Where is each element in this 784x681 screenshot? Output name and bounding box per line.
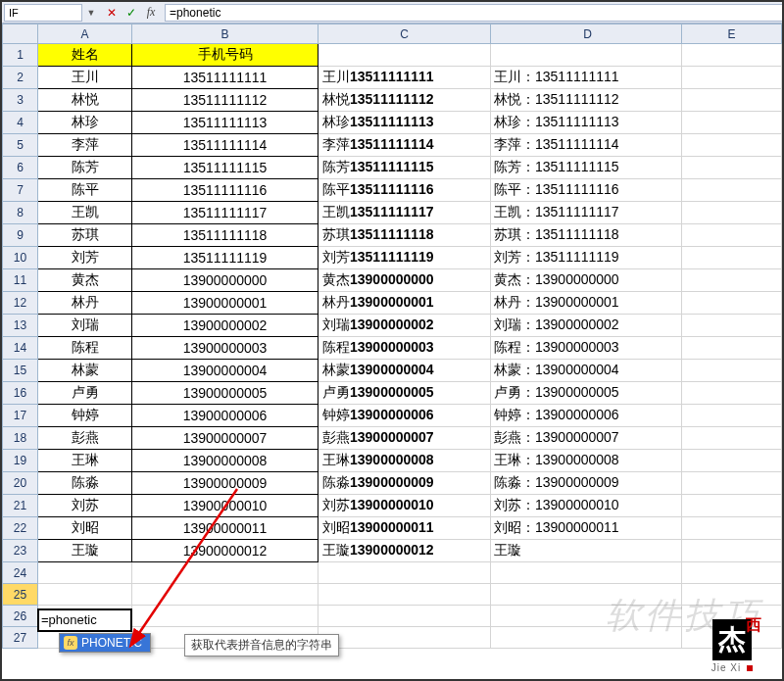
function-autocomplete[interactable]: fx PHONETIC: [59, 633, 151, 653]
cell[interactable]: [132, 562, 318, 584]
row-header[interactable]: 25: [3, 584, 38, 606]
row-header[interactable]: 21: [3, 495, 38, 517]
cell[interactable]: [682, 360, 782, 382]
row-header[interactable]: 18: [3, 427, 38, 450]
row-header[interactable]: 2: [3, 67, 38, 89]
cell[interactable]: [491, 584, 682, 606]
cell[interactable]: 林悦: [38, 89, 132, 112]
cell[interactable]: 黄杰13900000000: [318, 269, 491, 292]
row-header[interactable]: 22: [3, 517, 38, 540]
cell[interactable]: 13900000000: [132, 269, 318, 292]
name-box[interactable]: IF: [4, 4, 82, 22]
cell[interactable]: 刘苏: [38, 495, 132, 517]
cell[interactable]: [38, 606, 132, 627]
cell[interactable]: 陈芳: [38, 157, 132, 179]
cell[interactable]: 13511111116: [132, 179, 318, 202]
cell[interactable]: 陈芳：13511111115: [491, 157, 682, 179]
cell[interactable]: 13900000009: [132, 472, 318, 495]
row-header[interactable]: 15: [3, 360, 38, 382]
cell[interactable]: [491, 562, 682, 584]
cell[interactable]: [682, 202, 782, 224]
cell[interactable]: 刘昭: [38, 517, 132, 540]
cell[interactable]: 王璇: [491, 540, 682, 562]
row-header[interactable]: 6: [3, 157, 38, 179]
cell[interactable]: 林丹13900000001: [318, 292, 491, 315]
cell[interactable]: [682, 292, 782, 315]
row-header[interactable]: 23: [3, 540, 38, 562]
cell[interactable]: 陈平：13511111116: [491, 179, 682, 202]
cell[interactable]: 林悦13511111112: [318, 89, 491, 112]
cell[interactable]: 王凯: [38, 202, 132, 224]
cell[interactable]: [491, 44, 682, 67]
cell[interactable]: 王凯：13511111117: [491, 202, 682, 224]
cell[interactable]: 13511111111: [132, 67, 318, 89]
cell[interactable]: [682, 157, 782, 179]
cell[interactable]: 刘苏：13900000010: [491, 495, 682, 517]
cell[interactable]: 王川13511111111: [318, 67, 491, 89]
cell[interactable]: [318, 584, 491, 606]
cell[interactable]: [682, 584, 782, 606]
cell[interactable]: 黄杰: [38, 269, 132, 292]
cell[interactable]: 刘瑞13900000002: [318, 315, 491, 337]
row-header[interactable]: 17: [3, 405, 38, 427]
cell[interactable]: 黄杰：13900000000: [491, 269, 682, 292]
cell[interactable]: 彭燕: [38, 427, 132, 450]
cell[interactable]: [682, 540, 782, 562]
autocomplete-item[interactable]: fx PHONETIC: [60, 634, 150, 652]
cell[interactable]: [682, 112, 782, 134]
col-header-C[interactable]: C: [318, 24, 491, 44]
cell[interactable]: 钟婷：13900000006: [491, 405, 682, 427]
cell[interactable]: 彭燕：13900000007: [491, 427, 682, 450]
cell[interactable]: 刘芳：13511111119: [491, 247, 682, 269]
row-header[interactable]: 14: [3, 337, 38, 360]
name-box-dropdown-icon[interactable]: ▼: [84, 8, 98, 18]
cell[interactable]: 刘芳13511111119: [318, 247, 491, 269]
cell[interactable]: 林蒙: [38, 360, 132, 382]
cell[interactable]: [682, 269, 782, 292]
cell[interactable]: [682, 134, 782, 157]
cell[interactable]: 彭燕13900000007: [318, 427, 491, 450]
cell[interactable]: 13511111118: [132, 224, 318, 247]
cell[interactable]: [491, 627, 682, 649]
cell[interactable]: [132, 606, 318, 627]
cell[interactable]: 苏琪13511111118: [318, 224, 491, 247]
cell[interactable]: [682, 337, 782, 360]
row-header[interactable]: 8: [3, 202, 38, 224]
cell[interactable]: 13900000001: [132, 292, 318, 315]
row-header[interactable]: 13: [3, 315, 38, 337]
cell[interactable]: 王凯13511111117: [318, 202, 491, 224]
confirm-icon[interactable]: ✓: [123, 5, 139, 21]
row-header[interactable]: 19: [3, 450, 38, 472]
cell[interactable]: [682, 315, 782, 337]
cell[interactable]: 刘瑞：13900000002: [491, 315, 682, 337]
cell[interactable]: [682, 224, 782, 247]
cell[interactable]: [132, 584, 318, 606]
cell[interactable]: 13900000010: [132, 495, 318, 517]
cell[interactable]: 13900000007: [132, 427, 318, 450]
cell[interactable]: 钟婷13900000006: [318, 405, 491, 427]
cell-editing[interactable]: [38, 584, 132, 606]
cell[interactable]: 13900000006: [132, 405, 318, 427]
cell[interactable]: 卢勇13900000005: [318, 382, 491, 405]
cell[interactable]: [318, 44, 491, 67]
cell[interactable]: 13511111114: [132, 134, 318, 157]
cell[interactable]: 刘昭13900000011: [318, 517, 491, 540]
row-header[interactable]: 16: [3, 382, 38, 405]
cell[interactable]: [682, 495, 782, 517]
cell[interactable]: [38, 562, 132, 584]
cell[interactable]: 13511111113: [132, 112, 318, 134]
cell[interactable]: 王琳: [38, 450, 132, 472]
cell[interactable]: 刘瑞: [38, 315, 132, 337]
cell[interactable]: [318, 562, 491, 584]
cell[interactable]: 王琳13900000008: [318, 450, 491, 472]
cell[interactable]: 手机号码: [132, 44, 318, 67]
select-all-corner[interactable]: [3, 24, 38, 44]
cell[interactable]: 13900000011: [132, 517, 318, 540]
cell[interactable]: 13511111115: [132, 157, 318, 179]
cell[interactable]: 钟婷: [38, 405, 132, 427]
cell[interactable]: 苏琪: [38, 224, 132, 247]
cell[interactable]: [682, 44, 782, 67]
cell[interactable]: 陈芳13511111115: [318, 157, 491, 179]
col-header-E[interactable]: E: [682, 24, 782, 44]
cell[interactable]: 陈平: [38, 179, 132, 202]
